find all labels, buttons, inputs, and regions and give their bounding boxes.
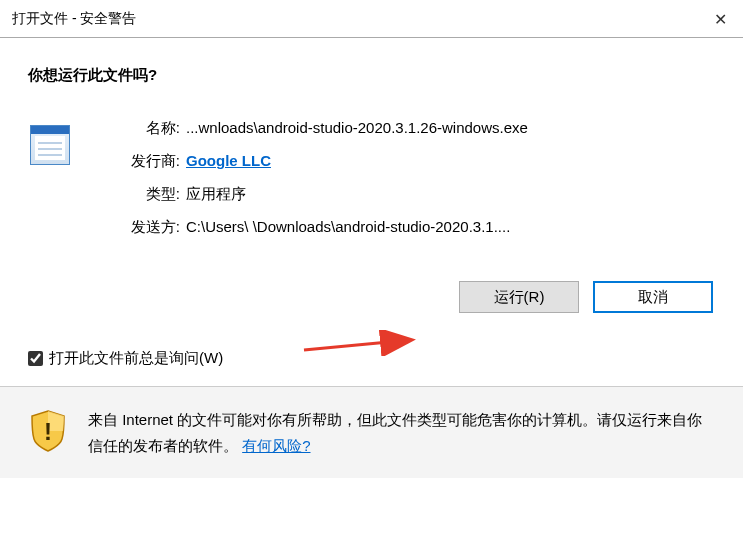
label-name: 名称: (100, 119, 180, 138)
window-title: 打开文件 - 安全警告 (12, 10, 136, 28)
dialog-content: 你想运行此文件吗? 名称: ...wnloads\android-studio-… (0, 38, 743, 368)
svg-text:!: ! (44, 418, 52, 445)
label-from: 发送方: (100, 218, 180, 237)
value-name: ...wnloads\android-studio-2020.3.1.26-wi… (186, 119, 715, 138)
footer-message: 来自 Internet 的文件可能对你有所帮助，但此文件类型可能危害你的计算机。… (88, 411, 702, 454)
label-publisher: 发行商: (100, 152, 180, 171)
risk-link[interactable]: 有何风险? (242, 437, 310, 454)
shield-warning-icon: ! (28, 409, 68, 453)
value-from: C:\Users\ \Downloads\android-studio-2020… (186, 218, 715, 237)
close-icon: ✕ (714, 10, 727, 29)
button-row: 运行(R) 取消 (28, 281, 715, 313)
application-icon (30, 125, 70, 165)
publisher-link[interactable]: Google LLC (186, 152, 271, 169)
titlebar: 打开文件 - 安全警告 ✕ (0, 0, 743, 38)
always-ask-label: 打开此文件前总是询问(W) (49, 349, 223, 368)
run-button[interactable]: 运行(R) (459, 281, 579, 313)
value-type: 应用程序 (186, 185, 715, 204)
security-footer: ! 来自 Internet 的文件可能对你有所帮助，但此文件类型可能危害你的计算… (0, 386, 743, 478)
dialog-question: 你想运行此文件吗? (28, 66, 715, 85)
cancel-button[interactable]: 取消 (593, 281, 713, 313)
value-publisher: Google LLC (186, 152, 715, 171)
label-type: 类型: (100, 185, 180, 204)
always-ask-checkbox-row[interactable]: 打开此文件前总是询问(W) (28, 349, 715, 368)
close-button[interactable]: ✕ (697, 0, 743, 38)
file-info-table: 名称: ...wnloads\android-studio-2020.3.1.2… (100, 119, 715, 237)
file-info-row: 名称: ...wnloads\android-studio-2020.3.1.2… (28, 119, 715, 237)
always-ask-checkbox[interactable] (28, 351, 43, 366)
security-warning-text: 来自 Internet 的文件可能对你有所帮助，但此文件类型可能危害你的计算机。… (88, 407, 715, 458)
